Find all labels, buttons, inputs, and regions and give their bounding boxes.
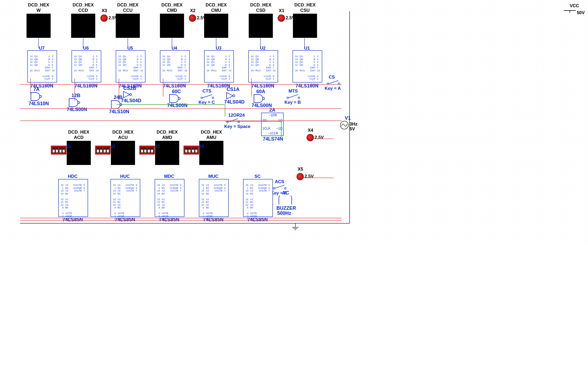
- wire-layer: [0, 0, 588, 245]
